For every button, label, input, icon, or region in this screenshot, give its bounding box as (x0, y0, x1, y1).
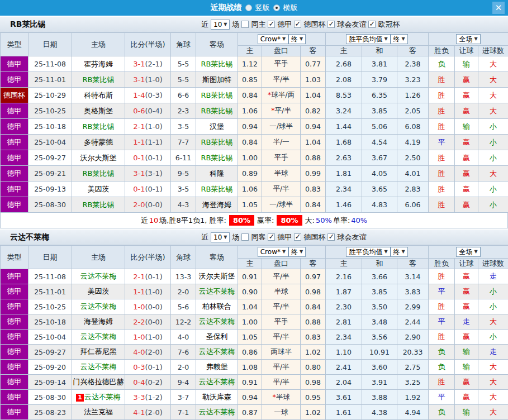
date-cell: 25-10-25 (29, 299, 72, 314)
score-cell: 0-6(0-4) (125, 103, 171, 119)
corners-cell: 9-5 (171, 166, 196, 182)
league-checkbox-0[interactable] (268, 233, 275, 241)
header-col-4: 角球 (171, 246, 196, 269)
summary-part: 40% (351, 216, 367, 225)
score-cell: 1-4(0-3) (125, 88, 171, 103)
home-team-cell: RB莱比锡 (72, 197, 125, 213)
handicap-result-cell: 赢 (455, 88, 478, 103)
avg-type-select-value: 胜平负均值 (349, 35, 382, 43)
match-scope-select[interactable]: 全场▼ (456, 34, 480, 44)
handicap-text: 平/半 (275, 106, 291, 114)
corners-cell: 5-6 (171, 299, 196, 314)
header-group-1: 胜平负均值▼终▼ (326, 246, 429, 259)
summary-part: 大: (305, 216, 315, 226)
avg-away-cell: 2.75 (397, 360, 429, 375)
team-section: 云达不莱梅近10▼场同客德甲德国杯球会友谊类型日期主场比分(半场)角球客场Cro… (0, 230, 508, 420)
same-venue-checkbox[interactable] (241, 233, 249, 241)
header-sub-col: 和 (362, 46, 397, 56)
handicap-result-cell: 输 (455, 405, 478, 420)
avg-type-select[interactable]: 胜平负均值▼ (346, 247, 390, 257)
league-cell: 德甲 (1, 405, 29, 420)
avg-stage-select[interactable]: 终▼ (391, 247, 408, 257)
odds-source-select[interactable]: Crow*▼ (258, 34, 288, 44)
league-checkbox-2[interactable] (327, 233, 335, 241)
odds-away-cell: 1.04 (301, 135, 326, 150)
avg-away-cell: 20.33 (397, 345, 429, 360)
goals-result-cell: 大 (478, 314, 508, 330)
date-cell: 25-10-25 (29, 103, 72, 119)
summary-part: 80% (229, 215, 254, 226)
home-team-name: RB莱比锡 (83, 201, 115, 209)
handicap-result-cell: 赢 (455, 390, 478, 405)
halftime-score: (0-4) (145, 107, 162, 115)
fulltime-score: 3-3 (133, 393, 145, 402)
handicap-text: 平/半 (273, 184, 289, 193)
summary-part: 赢率: (257, 216, 274, 226)
layout-radio-horizontal[interactable] (273, 4, 280, 11)
match-scope-select[interactable]: 全场▼ (456, 247, 480, 257)
header-col-0: 类型 (1, 33, 29, 56)
odds-home-cell: 0.84 (238, 88, 262, 103)
league-checkbox-3[interactable] (368, 21, 376, 28)
fulltime-score: 1-0 (133, 333, 145, 341)
corners-cell: 9-4 (171, 375, 196, 390)
goals-result-cell: 大 (478, 375, 508, 390)
same-venue-checkbox[interactable] (241, 21, 249, 28)
match-count-select[interactable]: 10▼ (211, 20, 230, 30)
avg-home-cell: 2.34 (326, 330, 362, 345)
league-checkbox-0[interactable] (268, 21, 275, 28)
score-cell: 0-1(0-1) (125, 182, 171, 197)
chevron-down-icon: ▼ (384, 35, 387, 43)
result-cell: 平 (429, 135, 455, 150)
goals-result-cell: 小 (478, 284, 508, 299)
handicap-text: 平/半 (273, 378, 289, 386)
match-count-select[interactable]: 10▼ (211, 232, 230, 242)
league-cell: 德甲 (1, 314, 29, 330)
halftime-score: (0-3) (145, 91, 162, 99)
avg-home-cell: 2.63 (326, 150, 362, 166)
home-team-name: 沃尔夫斯堡 (80, 154, 117, 162)
handicap-result-cell: 赢 (455, 166, 478, 182)
header-col-5: 客场 (196, 246, 238, 269)
close-button[interactable]: ✕ (492, 2, 505, 14)
odds-source-select[interactable]: Crow*▼ (258, 247, 288, 257)
chevron-down-icon: ▼ (300, 35, 303, 43)
handicap-cell: 半球 (262, 284, 301, 299)
league-cell: 德甲 (1, 135, 29, 150)
avg-away-cell: 2.38 (397, 56, 429, 72)
team-section: RB莱比锡近10▼场同主德甲德国杯球会友谊欧冠杯类型日期主场比分(半场)角球客场… (0, 17, 508, 228)
away-team-cell: 柏林联合 (196, 299, 238, 314)
match-row: 德甲25-11-08霍芬海姆3-1(2-1)5-5RB莱比锡1.12平手0.77… (1, 56, 508, 72)
league-cell: 德甲 (1, 299, 29, 314)
odds-home-cell: 0.90 (238, 284, 262, 299)
avg-stage-select[interactable]: 终▼ (391, 34, 408, 44)
layout-radio-vertical[interactable] (245, 4, 252, 11)
away-team-cell: RB莱比锡 (196, 135, 238, 150)
away-team-name: RB莱比锡 (201, 138, 233, 146)
handicap-cell: 平/半 (262, 330, 301, 345)
league-checkbox-1[interactable] (294, 233, 301, 241)
header-sub-col: 进球数 (478, 259, 508, 269)
handicap-result-cell: 输 (455, 119, 478, 135)
odds-away-cell: 1.02 (301, 345, 326, 360)
away-team-name: 圣保利 (206, 332, 228, 341)
header-col-1: 日期 (29, 33, 72, 56)
league-cell: 德甲 (1, 56, 29, 72)
league-checkbox-1[interactable] (294, 21, 301, 28)
avg-draw-cell: 3.48 (362, 314, 397, 330)
odds-stage-select[interactable]: 终▼ (288, 247, 306, 257)
avg-type-select[interactable]: 胜平负均值▼ (346, 34, 390, 44)
avg-away-cell: 3.23 (397, 72, 429, 88)
score-cell: 1-0(1-0) (125, 330, 171, 345)
chevron-down-icon: ▼ (224, 233, 227, 241)
odds-away-cell: 0.88 (301, 150, 326, 166)
odds-away-cell: 0.98 (301, 284, 326, 299)
avg-draw-cell: 3.60 (362, 360, 397, 375)
score-cell: 2-2(0-0) (125, 314, 171, 330)
odds-stage-select[interactable]: 终▼ (288, 34, 306, 44)
odds-away-cell: 1.02 (301, 405, 326, 420)
fulltime-score: 0-1 (133, 185, 145, 193)
red-card-badge: 1 (76, 394, 84, 402)
home-team-name: 美因茨 (88, 185, 110, 193)
league-checkbox-2[interactable] (327, 21, 335, 28)
